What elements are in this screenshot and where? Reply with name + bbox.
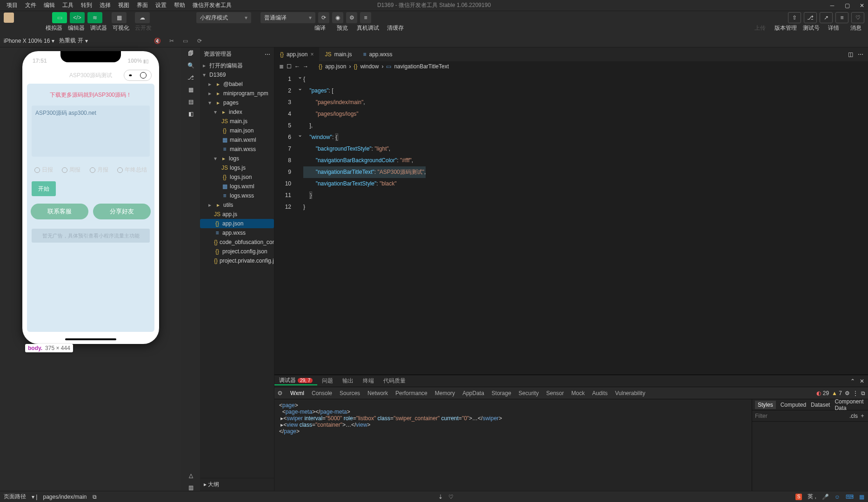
- screenshot-icon[interactable]: ✂: [167, 38, 176, 44]
- collapse-icon[interactable]: ▥: [188, 484, 194, 491]
- devtab-audits[interactable]: Audits: [592, 390, 608, 396]
- devtab-network[interactable]: Network: [367, 390, 388, 396]
- plugin-icon[interactable]: ◧: [188, 111, 194, 117]
- devtab-sources[interactable]: Sources: [340, 390, 360, 396]
- simulator-toggle[interactable]: ▭: [52, 12, 67, 23]
- radio-weekly[interactable]: 周报: [62, 166, 80, 174]
- materials-icon[interactable]: ▤: [188, 99, 194, 105]
- compile-select[interactable]: 普通编译▾: [260, 12, 315, 23]
- more-icon[interactable]: ⋮: [853, 390, 858, 396]
- code-editor[interactable]: 123456789101112 ⌄⌄⌄ { "pages": [ "pages/…: [274, 72, 868, 375]
- clearcache-button[interactable]: ≡: [360, 12, 371, 23]
- radio-yearly[interactable]: 年终总结: [117, 166, 147, 174]
- cloud-toggle[interactable]: ☁: [135, 12, 150, 23]
- menu-view[interactable]: 视图: [114, 1, 133, 9]
- folder-babel[interactable]: ▸▸@babel: [200, 79, 274, 89]
- minimize-icon[interactable]: ─: [829, 2, 835, 9]
- copy-icon[interactable]: ⧉: [93, 494, 97, 500]
- radio-monthly[interactable]: 月报: [90, 166, 108, 174]
- menu-select[interactable]: 选择: [96, 1, 114, 9]
- styletab-dataset[interactable]: Dataset: [811, 402, 830, 408]
- list-icon[interactable]: ≣: [279, 63, 284, 70]
- mode-select[interactable]: 小程序模式▾: [196, 12, 251, 23]
- files-icon[interactable]: 🗐: [188, 50, 194, 57]
- dbgtab-problems[interactable]: 问题: [317, 377, 338, 385]
- details-button[interactable]: ≡: [835, 12, 848, 23]
- file-mainwxml[interactable]: ▦main.wxml: [200, 135, 274, 145]
- tray-emoji-icon[interactable]: ☺: [835, 494, 840, 500]
- menu-edit[interactable]: 编辑: [40, 1, 59, 9]
- chevron-up-icon[interactable]: ⌃: [850, 378, 855, 384]
- open-editors[interactable]: ▸打开的编辑器: [200, 61, 274, 70]
- menu-help[interactable]: 帮助: [170, 1, 189, 9]
- radio-daily[interactable]: 日报: [34, 166, 53, 174]
- tab-appjson[interactable]: {}app.json×: [274, 47, 319, 61]
- menu-tools[interactable]: 工具: [59, 1, 77, 9]
- more-icon[interactable]: ⋯: [265, 51, 270, 58]
- contact-button[interactable]: 联系客服: [31, 204, 88, 219]
- version-button[interactable]: ⎇: [804, 12, 817, 23]
- file-logswxss[interactable]: ≡logs.wxss: [200, 191, 274, 200]
- testnum-button[interactable]: ↗: [820, 12, 833, 23]
- hotreload-select[interactable]: 热重载 开▾: [59, 37, 87, 45]
- visual-toggle[interactable]: ▦: [112, 12, 127, 23]
- file-mainjson[interactable]: {}main.json: [200, 126, 274, 135]
- styletab-computed[interactable]: Computed: [781, 402, 806, 408]
- more-icon[interactable]: ⋯: [858, 51, 863, 58]
- popout-icon[interactable]: ⟳: [195, 38, 204, 44]
- crumb-file[interactable]: app.json: [325, 63, 346, 70]
- tree-root[interactable]: ▾D1369: [200, 70, 274, 79]
- git-icon[interactable]: ⎇: [187, 74, 194, 81]
- search-icon[interactable]: 🔍: [187, 62, 194, 69]
- devtab-memory[interactable]: Memory: [435, 390, 455, 396]
- tray-kbd-icon[interactable]: ⌨: [846, 494, 854, 500]
- dbgtab-codequality[interactable]: 代码质量: [379, 377, 410, 385]
- folder-utils[interactable]: ▸▸utils: [200, 200, 274, 210]
- capsule[interactable]: •••: [124, 70, 152, 81]
- file-logsjson[interactable]: {}logs.json: [200, 172, 274, 182]
- menu-interface[interactable]: 界面: [133, 1, 152, 9]
- close-icon[interactable]: ×: [310, 51, 314, 58]
- file-logswxml[interactable]: ▦logs.wxml: [200, 182, 274, 191]
- file-appjs[interactable]: JSapp.js: [200, 210, 274, 219]
- cls-toggle[interactable]: .cls: [849, 413, 858, 419]
- file-logsjs[interactable]: JSlogs.js: [200, 163, 274, 172]
- crumb-window[interactable]: window: [360, 63, 379, 70]
- share-button[interactable]: 分享好友: [93, 204, 151, 219]
- ext-icon[interactable]: ▦: [188, 86, 194, 93]
- file-appwxss[interactable]: ≡app.wxss: [200, 228, 274, 238]
- tray-lang[interactable]: 英 ,: [808, 493, 816, 501]
- file-projprivate[interactable]: {}project.private.config.js...: [200, 256, 274, 265]
- download-icon[interactable]: ⇣: [438, 494, 443, 500]
- start-button[interactable]: 开始: [32, 181, 56, 196]
- styletab-compdata[interactable]: Component Data: [835, 398, 863, 411]
- devtab-performance[interactable]: Performance: [395, 390, 427, 396]
- menu-project[interactable]: 项目: [3, 1, 21, 9]
- outline-section[interactable]: ▸ 大纲: [200, 478, 274, 491]
- menu-wechat-devtools[interactable]: 微信开发者工具: [189, 1, 235, 9]
- menu-goto[interactable]: 转到: [77, 1, 96, 9]
- realdevice-button[interactable]: ⚙: [346, 12, 357, 23]
- bell-icon[interactable]: ♡: [448, 494, 454, 500]
- close-icon[interactable]: ✕: [860, 378, 864, 384]
- file-mainjs[interactable]: JSmain.js: [200, 117, 274, 126]
- dbgtab-output[interactable]: 输出: [338, 377, 358, 385]
- message-button[interactable]: ♡: [851, 12, 864, 23]
- styletab-styles[interactable]: Styles: [755, 401, 776, 409]
- back-icon[interactable]: ←: [294, 63, 300, 70]
- menu-file[interactable]: 文件: [21, 1, 40, 9]
- popout-icon[interactable]: ⧉: [861, 390, 865, 396]
- download-link[interactable]: 下载更多源码就到ASP300源码！: [27, 88, 154, 102]
- upload-button[interactable]: ⇧: [788, 12, 801, 23]
- folder-npm[interactable]: ▸▸miniprogram_npm: [200, 89, 274, 98]
- devtab-wxml[interactable]: Wxml: [290, 390, 304, 396]
- maximize-icon[interactable]: ▢: [844, 2, 850, 9]
- tray-grid-icon[interactable]: ▦: [859, 494, 864, 500]
- compile-button[interactable]: ⟳: [318, 12, 329, 23]
- fwd-icon[interactable]: →: [303, 63, 308, 70]
- avatar[interactable]: [4, 13, 14, 23]
- close-icon[interactable]: ✕: [859, 2, 865, 9]
- warning-icon[interactable]: △: [189, 472, 193, 479]
- bookmark-icon[interactable]: ☐: [287, 63, 292, 70]
- file-codeobf[interactable]: {}code_obfuscation_conf...: [200, 238, 274, 247]
